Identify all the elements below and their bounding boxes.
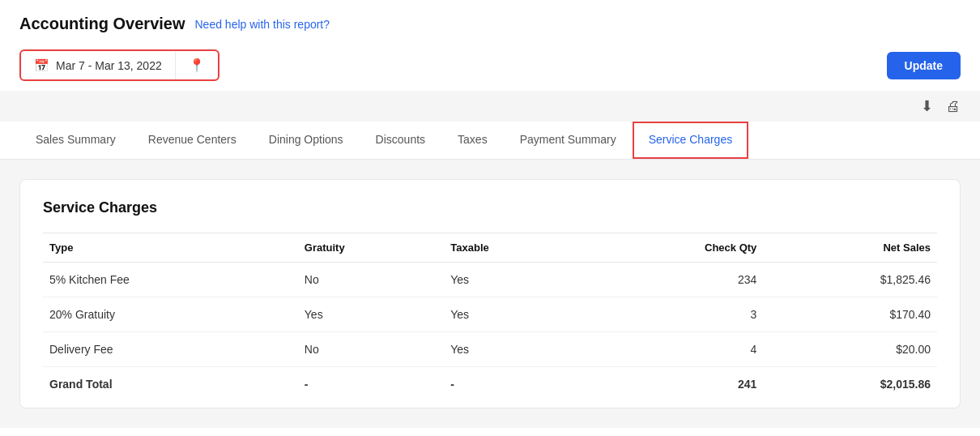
download-icon[interactable]: ⬇ xyxy=(921,97,933,115)
location-picker[interactable]: 📍 xyxy=(176,51,218,79)
tab-discounts[interactable]: Discounts xyxy=(360,122,441,159)
date-location-box[interactable]: 📅 Mar 7 - Mar 13, 2022 📍 xyxy=(19,49,219,81)
table-total-row: Grand Total - - 241 $2,015.86 xyxy=(43,367,937,402)
date-range-picker[interactable]: 📅 Mar 7 - Mar 13, 2022 xyxy=(21,52,176,79)
cell-taxable: Yes xyxy=(444,297,585,332)
filter-row: 📅 Mar 7 - Mar 13, 2022 📍 Update xyxy=(0,43,980,91)
table-row: Delivery Fee No Yes 4 $20.00 xyxy=(43,332,937,367)
cell-gratuity: No xyxy=(298,263,444,297)
tab-sales-summary[interactable]: Sales Summary xyxy=(19,122,132,159)
help-link[interactable]: Need help with this report? xyxy=(195,18,330,31)
table-header-row: Type Gratuity Taxable Check Qty Net Sale… xyxy=(43,233,937,263)
card-title: Service Charges xyxy=(43,199,937,216)
content-area: Service Charges Type Gratuity Taxable Ch… xyxy=(0,160,980,428)
col-header-check-qty: Check Qty xyxy=(585,233,763,263)
top-bar: Accounting Overview Need help with this … xyxy=(0,0,980,43)
cell-gratuity: Yes xyxy=(298,297,444,332)
col-header-net-sales: Net Sales xyxy=(763,233,937,263)
cell-type: Delivery Fee xyxy=(43,332,298,367)
tab-service-charges[interactable]: Service Charges xyxy=(633,122,749,159)
print-icon[interactable]: 🖨 xyxy=(946,98,961,115)
cell-type: 5% Kitchen Fee xyxy=(43,263,298,297)
cell-taxable: Yes xyxy=(444,332,585,367)
tab-revenue-centers[interactable]: Revenue Centers xyxy=(132,122,253,159)
total-label: Grand Total xyxy=(43,367,298,402)
cell-check-qty: 234 xyxy=(585,263,763,297)
page-title: Accounting Overview xyxy=(19,15,185,33)
table-row: 5% Kitchen Fee No Yes 234 $1,825.46 xyxy=(43,263,937,297)
total-net-sales: $2,015.86 xyxy=(763,367,937,402)
page-wrapper: Accounting Overview Need help with this … xyxy=(0,0,980,436)
col-header-gratuity: Gratuity xyxy=(298,233,444,263)
tabs-row: Sales Summary Revenue Centers Dining Opt… xyxy=(0,122,980,160)
total-gratuity: - xyxy=(298,367,444,402)
location-icon: 📍 xyxy=(189,58,205,73)
update-button[interactable]: Update xyxy=(887,52,961,79)
cell-net-sales: $170.40 xyxy=(763,297,937,332)
service-charges-card: Service Charges Type Gratuity Taxable Ch… xyxy=(19,179,961,408)
service-charges-table: Type Gratuity Taxable Check Qty Net Sale… xyxy=(43,233,937,401)
top-bar-left: Accounting Overview Need help with this … xyxy=(19,15,330,33)
col-header-type: Type xyxy=(43,233,298,263)
total-taxable: - xyxy=(444,367,585,402)
tab-payment-summary[interactable]: Payment Summary xyxy=(504,122,633,159)
table-row: 20% Gratuity Yes Yes 3 $170.40 xyxy=(43,297,937,332)
cell-taxable: Yes xyxy=(444,263,585,297)
tab-taxes[interactable]: Taxes xyxy=(441,122,504,159)
col-header-taxable: Taxable xyxy=(444,233,585,263)
total-check-qty: 241 xyxy=(585,367,763,402)
tab-dining-options[interactable]: Dining Options xyxy=(253,122,360,159)
cell-net-sales: $1,825.46 xyxy=(763,263,937,297)
toolbar-row: ⬇ 🖨 xyxy=(0,91,980,122)
cell-check-qty: 4 xyxy=(585,332,763,367)
cell-type: 20% Gratuity xyxy=(43,297,298,332)
date-range-label: Mar 7 - Mar 13, 2022 xyxy=(56,59,162,72)
cell-check-qty: 3 xyxy=(585,297,763,332)
calendar-icon: 📅 xyxy=(34,58,49,73)
cell-net-sales: $20.00 xyxy=(763,332,937,367)
cell-gratuity: No xyxy=(298,332,444,367)
